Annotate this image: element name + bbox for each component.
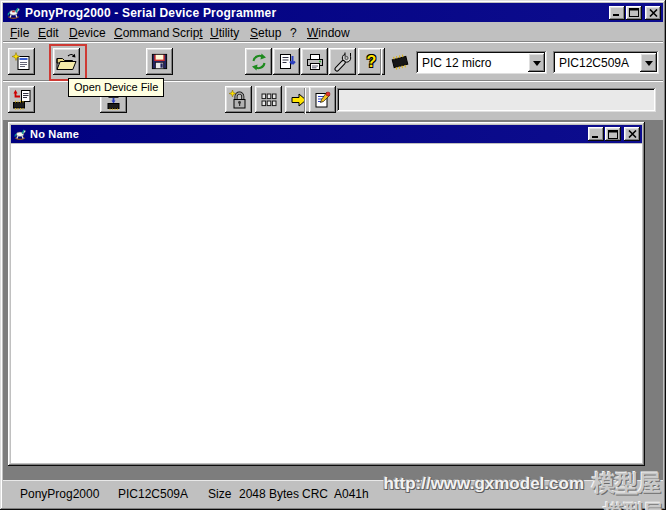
status-size-value: 2048 Bytes	[239, 487, 299, 501]
read-device-icon	[11, 89, 32, 110]
serial-doc-icon	[277, 52, 297, 72]
device-type-select[interactable]: PIC12C509A	[553, 51, 659, 74]
toolbar-main: ? PIC 12 micro	[3, 42, 663, 82]
reload-icon	[249, 52, 269, 72]
status-size-label: Size	[208, 487, 231, 501]
edit-notes-button[interactable]	[309, 86, 336, 113]
close-icon	[649, 9, 658, 17]
status-bar: PonyProg2000 PIC12C509A Size 2048 Bytes …	[3, 480, 663, 507]
open-folder-icon	[55, 51, 78, 72]
device-family-dropdown-button[interactable]	[528, 53, 545, 72]
menu-item-window[interactable]: Window	[305, 25, 352, 41]
hex-buffer-area[interactable]	[11, 144, 642, 463]
child-window-title: No Name	[30, 128, 588, 140]
window-controls	[609, 6, 661, 20]
menu-item-setup[interactable]: Setup	[248, 25, 283, 41]
child-title-bar[interactable]: No Name	[11, 125, 642, 143]
new-window-icon	[12, 52, 32, 72]
document-window: No Name	[8, 122, 645, 466]
security-lock-button[interactable]	[225, 86, 252, 113]
menu-bar: FileEditDeviceCommandScriptUtilitySetup?…	[3, 22, 663, 42]
device-type-value: PIC12C509A	[553, 56, 640, 70]
status-message-field	[337, 88, 656, 112]
close-icon	[628, 130, 637, 138]
save-icon	[150, 52, 169, 71]
minimize-button[interactable]	[609, 6, 625, 20]
dropdown-arrow-icon	[645, 61, 653, 70]
device-family-select[interactable]: PIC 12 micro	[416, 51, 547, 74]
menu-item-device[interactable]: Device	[67, 25, 108, 41]
status-app-name: PonyProg2000	[20, 487, 99, 501]
print-icon	[305, 52, 325, 72]
child-window-controls	[588, 127, 640, 141]
lock-icon	[228, 89, 249, 110]
status-crc-value: A041h	[334, 487, 369, 501]
new-window-button[interactable]	[8, 48, 35, 75]
app-window: PonyProg2000 - Serial Device Programmer …	[0, 0, 666, 510]
toolbar-separator	[380, 49, 382, 75]
menu-item-help[interactable]: ?	[288, 25, 299, 41]
app-icon	[6, 5, 21, 20]
device-family-value: PIC 12 micro	[416, 56, 528, 70]
open-device-file-button[interactable]	[53, 48, 80, 75]
menu-item-script[interactable]: Script	[170, 25, 205, 41]
toolbar-separator	[304, 88, 306, 114]
serial-numbering-button[interactable]	[273, 48, 300, 75]
maximize-icon	[608, 130, 618, 139]
menu-item-utility[interactable]: Utility	[208, 25, 241, 41]
device-type-dropdown-button[interactable]	[640, 53, 657, 72]
menu-item-file[interactable]: File	[8, 25, 31, 41]
menu-item-edit[interactable]: Edit	[36, 25, 61, 41]
close-button[interactable]	[645, 6, 661, 20]
edit-notes-icon	[313, 90, 333, 110]
configuration-bits-button[interactable]	[255, 86, 282, 113]
minimize-icon	[591, 130, 601, 139]
save-device-file-button[interactable]	[146, 48, 173, 75]
dropdown-arrow-icon	[533, 61, 541, 70]
bits-icon	[259, 90, 279, 110]
child-close-button[interactable]	[624, 127, 640, 141]
child-window-icon	[13, 127, 27, 141]
maximize-button[interactable]	[626, 6, 642, 20]
mdi-area: No Name	[3, 120, 663, 481]
status-crc-label: CRC	[302, 487, 328, 501]
maximize-icon	[629, 8, 639, 17]
child-maximize-button[interactable]	[605, 127, 621, 141]
tooltip: Open Device File	[68, 78, 164, 97]
wrench-icon	[333, 52, 353, 72]
help-icon: ?	[367, 54, 377, 70]
setup-button[interactable]	[329, 48, 356, 75]
window-title: PonyProg2000 - Serial Device Programmer	[25, 6, 609, 20]
child-minimize-button[interactable]	[588, 127, 604, 141]
chip-icon	[386, 48, 413, 75]
status-device: PIC12C509A	[118, 487, 188, 501]
menu-item-command[interactable]: Command	[112, 25, 171, 41]
read-device-button[interactable]	[8, 86, 35, 113]
print-button[interactable]	[301, 48, 328, 75]
minimize-icon	[612, 8, 622, 17]
reload-button[interactable]	[245, 48, 272, 75]
title-bar: PonyProg2000 - Serial Device Programmer	[3, 3, 663, 22]
run-script-button[interactable]	[285, 86, 312, 113]
